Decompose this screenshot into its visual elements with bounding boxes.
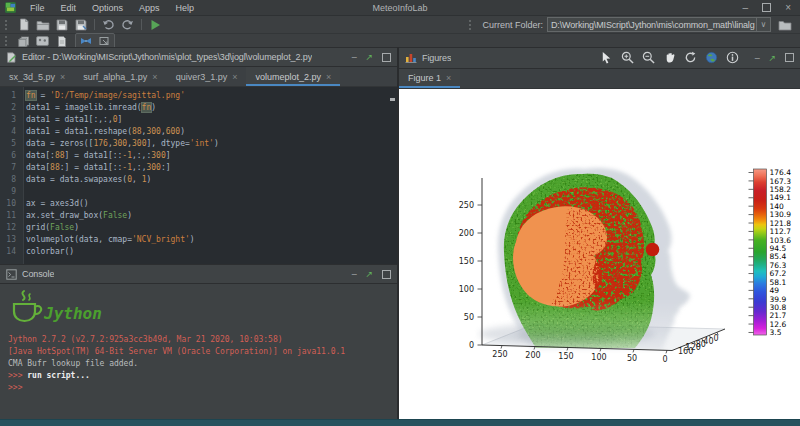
svg-text:150: 150 — [459, 257, 474, 266]
toolbar-drag-handle[interactable] — [5, 20, 10, 30]
console-line: CMA Bufr lookup file added. — [8, 358, 397, 370]
browse-folder-button[interactable] — [775, 18, 794, 32]
code-line: 11ax.set_draw_box(False) — [0, 210, 397, 222]
console-line: >>> run script... — [8, 370, 397, 382]
tab-volumeplot_2.py[interactable]: volumeplot_2.py× — [246, 67, 340, 86]
svg-text:100: 100 — [459, 285, 474, 294]
main-toolbar: Current Folder: D:\Working\MIScript\Jyth… — [0, 16, 800, 34]
console-panel: Console – ↗ Jython Jython 2 — [0, 264, 397, 420]
tab-quiver3_1.py[interactable]: quiver3_1.py× — [167, 67, 247, 86]
figures-tab-bar: Figure 1 × — [399, 69, 800, 90]
run-script-button[interactable] — [146, 18, 165, 32]
pan-hand-icon[interactable] — [662, 51, 677, 65]
tab-sx_3d_5.py[interactable]: sx_3d_5.py× — [0, 67, 74, 86]
svg-text:0: 0 — [469, 341, 474, 350]
close-tab-icon[interactable]: × — [152, 72, 157, 82]
console-float-button[interactable]: ↗ — [366, 269, 373, 279]
code-line: 1fn = 'D:/Temp/image/sagittal.png' — [0, 90, 397, 102]
figures-minimize-button[interactable]: – — [755, 53, 760, 63]
current-folder-drag-handle[interactable] — [469, 20, 474, 30]
jython-logo: Jython — [8, 288, 108, 330]
menu-apps[interactable]: Apps — [131, 0, 168, 15]
svg-text:250: 250 — [492, 350, 507, 359]
svg-text:100: 100 — [591, 353, 606, 362]
window-maximize-button[interactable] — [762, 3, 771, 12]
chevron-down-icon[interactable]: ∨ — [756, 18, 770, 31]
window-close-button[interactable]: × — [785, 2, 791, 13]
redo-button[interactable] — [118, 18, 137, 32]
editor-tab-bar: sx_3d_5.py×surf_alpha_1.py×quiver3_1.py×… — [0, 67, 397, 87]
window-title: MeteoInfoLab — [372, 3, 427, 13]
tab-figure-1[interactable]: Figure 1 × — [399, 69, 460, 89]
meteoinfolab-window: File Edit Options Apps Help MeteoInfoLab… — [0, 0, 800, 426]
close-tab-icon[interactable]: × — [232, 72, 237, 82]
save-as-button[interactable] — [71, 18, 90, 32]
undo-button[interactable] — [99, 18, 118, 32]
console-line: Jython 2.7.2 (v2.7.2:925a3cc3b49d, Mar 2… — [8, 334, 397, 346]
console-output[interactable]: Jython Jython 2.7.2 (v2.7.2:925a3cc3b49d… — [0, 284, 397, 420]
figures-panel: Figures — [399, 47, 800, 420]
window-minimize-button[interactable]: – — [743, 2, 749, 13]
code-line: 12grid(False) — [0, 222, 397, 234]
close-tab-icon[interactable]: × — [326, 72, 331, 82]
code-line: 9 — [0, 186, 397, 198]
volume-plot-3d[interactable]: 2502001501005002502001501005001601208040… — [399, 89, 800, 420]
colorbar: 176.4167.3158.2149.1140130.9121.8112.710… — [749, 168, 792, 337]
svg-text:50: 50 — [464, 313, 474, 322]
menu-options[interactable]: Options — [84, 0, 131, 15]
zoom-out-icon[interactable] — [641, 51, 656, 65]
view-toolbar-drag-handle[interactable] — [5, 36, 10, 46]
new-file-button[interactable] — [14, 18, 33, 32]
console-panel-header: Console – ↗ — [0, 264, 397, 284]
svg-text:Jython: Jython — [43, 304, 102, 323]
rotate-icon[interactable] — [683, 51, 698, 65]
code-line: 7data[88:] = data1[::-1,:,300:] — [0, 162, 397, 174]
figures-icon — [405, 52, 417, 63]
code-line: 5data = zeros([176,300,300], dtype='int'… — [0, 138, 397, 150]
menu-bar: File Edit Options Apps Help MeteoInfoLab… — [0, 0, 800, 16]
select-cursor-icon[interactable] — [599, 51, 614, 65]
frame-window-icon[interactable] — [95, 34, 114, 48]
head-volume — [498, 168, 690, 350]
figure-canvas[interactable]: 2502001501005002502001501005001601208040… — [399, 89, 800, 420]
close-tab-icon[interactable]: × — [60, 72, 65, 82]
pin-console-icon[interactable] — [76, 34, 95, 48]
console-minimize-button[interactable]: – — [352, 269, 357, 279]
layers-icon[interactable] — [14, 34, 33, 48]
editor-panel-header: Editor - D:\Working\MIScript\Jython\mis\… — [0, 47, 397, 67]
current-folder-value: D:\Working\MIScript\Jython\mis\common_ma… — [548, 20, 756, 30]
status-strip — [0, 419, 800, 426]
figures-float-button[interactable]: ↗ — [769, 53, 776, 63]
console-title: Console — [22, 269, 54, 279]
save-button[interactable] — [52, 18, 71, 32]
globe-icon[interactable] — [704, 51, 719, 65]
editor-icon — [6, 52, 17, 63]
open-file-button[interactable] — [33, 18, 52, 32]
svg-text:0: 0 — [662, 355, 667, 364]
console-icon — [6, 269, 17, 280]
code-line: 6data[:88] = data1[::-1,:,:300] — [0, 150, 397, 162]
image-viewer-icon[interactable] — [33, 34, 52, 48]
menu-edit[interactable]: Edit — [53, 0, 85, 15]
new-doc-icon[interactable] — [52, 34, 71, 48]
code-line: 8data = data.swapaxes(0, 1) — [0, 174, 397, 186]
close-tab-icon[interactable]: × — [446, 73, 451, 83]
code-line: 2data1 = imagelib.imread(fn) — [0, 102, 397, 114]
eye-socket-patch — [633, 246, 643, 259]
editor-maximize-button[interactable] — [382, 53, 391, 62]
tab-surf_alpha_1.py[interactable]: surf_alpha_1.py× — [74, 67, 166, 86]
menu-help[interactable]: Help — [168, 0, 203, 15]
editor-float-button[interactable]: ↗ — [366, 52, 373, 62]
zoom-in-icon[interactable] — [620, 51, 635, 65]
console-maximize-button[interactable] — [382, 270, 391, 279]
figures-title: Figures — [422, 53, 451, 63]
editor-minimize-button[interactable]: – — [352, 52, 357, 62]
app-logo-icon — [5, 2, 16, 13]
current-folder-combobox[interactable]: D:\Working\MIScript\Jython\mis\common_ma… — [547, 17, 771, 32]
svg-text:200: 200 — [525, 351, 540, 360]
code-editor[interactable]: 1fn = 'D:/Temp/image/sagittal.png'2data1… — [0, 87, 397, 264]
info-icon[interactable] — [725, 51, 740, 65]
figures-maximize-button[interactable] — [785, 53, 794, 62]
code-line: 4data1 = data1.reshape(88,300,600) — [0, 126, 397, 138]
menu-file[interactable]: File — [22, 0, 53, 15]
